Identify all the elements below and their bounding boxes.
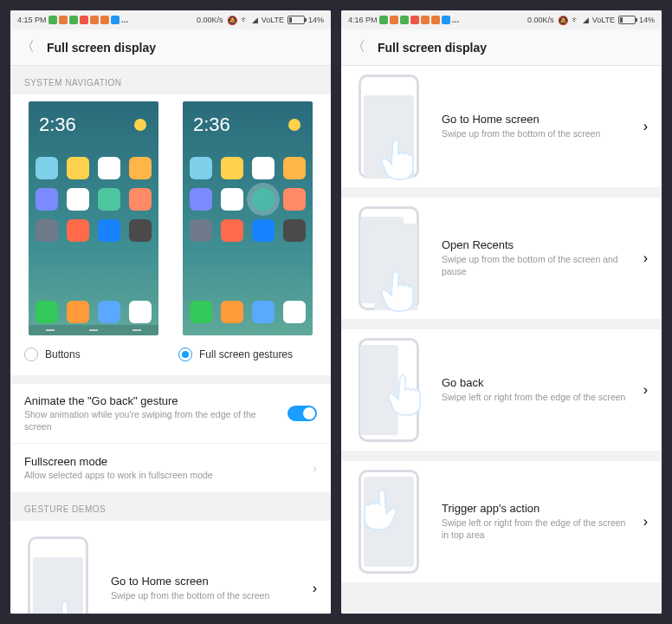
section-gesture-demos: GESTURE DEMOS <box>10 492 331 521</box>
chevron-right-icon: › <box>643 250 648 266</box>
demo-illustration <box>350 338 428 442</box>
row-animate-goback[interactable]: Animate the "Go back" gesture Show anima… <box>10 384 331 444</box>
demo-subtitle: Swipe left or right from the edge of the… <box>442 392 630 404</box>
hand-icon <box>378 137 416 184</box>
phone-left: 4:15 PM … 0.00K/s 🔕 ᯤ ◢ VoLTE 14% 〈 Full… <box>10 10 331 614</box>
back-icon[interactable]: 〈 <box>21 38 35 56</box>
demo-subtitle: Swipe up from the bottom of the screen a… <box>442 254 630 277</box>
demo-illustration <box>350 470 428 574</box>
demo-title: Open Recents <box>442 238 630 251</box>
radio-icon <box>178 348 192 361</box>
back-icon[interactable]: 〈 <box>352 38 365 56</box>
page-title: Full screen display <box>378 41 487 55</box>
more-icon: … <box>121 16 128 24</box>
demo-subtitle: Swipe up from the bottom of the screen <box>442 128 630 140</box>
demo-illustration <box>350 206 428 310</box>
signal-icon: ◢ <box>252 16 258 24</box>
chevron-right-icon: › <box>643 514 648 530</box>
header: 〈 Full screen display <box>10 29 331 66</box>
row-subtitle: Allow selected apps to work in fullscree… <box>24 470 302 482</box>
radio-icon <box>24 348 38 361</box>
status-volte: VoLTE <box>262 16 284 24</box>
status-volte: VoLTE <box>592 16 615 24</box>
demo-open-recents[interactable]: Open Recents Swipe up from the bottom of… <box>341 198 662 319</box>
demo-title: Go to Home screen <box>111 575 299 588</box>
demo-subtitle: Swipe left or right from the edge of the… <box>442 517 630 541</box>
demo-title: Go back <box>442 376 630 389</box>
chevron-right-icon: › <box>313 581 317 596</box>
demo-illustration <box>350 75 428 179</box>
status-bar: 4:16 PM … 0.00K/s 🔕 ᯤ ◢ VoLTE 14% <box>341 10 662 29</box>
battery-icon <box>288 16 305 24</box>
hand-icon <box>47 599 85 614</box>
row-subtitle: Show animation while you're swiping from… <box>24 409 277 432</box>
preview-buttons[interactable]: 2:36 <box>29 101 158 335</box>
status-battery: 14% <box>639 16 655 24</box>
status-time: 4:15 PM <box>17 16 47 24</box>
signal-icon: ◢ <box>583 16 589 24</box>
chevron-right-icon: › <box>643 119 648 134</box>
wifi-icon: ᯤ <box>572 16 579 24</box>
row-title: Animate the "Go back" gesture <box>24 394 277 407</box>
navigation-style-card: 2:36 2:36 <box>10 94 331 375</box>
radio-gestures[interactable]: Full screen gestures <box>178 348 317 361</box>
battery-icon <box>618 16 636 24</box>
demo-title: Trigger app's action <box>442 502 630 515</box>
demo-title: Go to Home screen <box>442 113 630 126</box>
hand-icon <box>378 269 416 315</box>
wifi-icon: ᯤ <box>241 16 249 24</box>
chevron-right-icon: › <box>313 461 317 475</box>
status-speed: 0.00K/s <box>197 16 223 24</box>
hand-icon <box>384 373 423 419</box>
radio-buttons-label: Buttons <box>45 348 81 361</box>
demo-go-home[interactable]: Go to Home screen Swipe up from the bott… <box>341 66 662 187</box>
section-system-navigation: SYSTEM NAVIGATION <box>10 66 331 94</box>
status-speed: 0.00K/s <box>527 16 554 24</box>
preview-gestures[interactable]: 2:36 <box>183 101 313 335</box>
hand-icon <box>362 487 400 534</box>
page-title: Full screen display <box>47 41 156 55</box>
row-fullscreen-mode[interactable]: Fullscreen mode Allow selected apps to w… <box>10 444 331 492</box>
demo-go-home[interactable]: Go to Home screen Swipe up from the bott… <box>10 521 331 614</box>
demo-go-back[interactable]: Go back Swipe left or right from the edg… <box>341 329 662 451</box>
demo-illustration <box>19 536 97 614</box>
status-battery: 14% <box>308 16 324 24</box>
phone-right: 4:16 PM … 0.00K/s 🔕 ᯤ ◢ VoLTE 14% 〈 Full… <box>341 10 662 614</box>
status-bar: 4:15 PM … 0.00K/s 🔕 ᯤ ◢ VoLTE 14% <box>10 10 331 29</box>
mute-icon: 🔕 <box>558 16 568 25</box>
demo-subtitle: Swipe up from the bottom of the screen <box>111 590 299 602</box>
more-icon: … <box>452 16 459 24</box>
chevron-right-icon: › <box>643 382 648 398</box>
row-title: Fullscreen mode <box>24 455 302 468</box>
radio-gestures-label: Full screen gestures <box>199 348 293 361</box>
radio-buttons[interactable]: Buttons <box>24 348 163 361</box>
toggle-animate[interactable] <box>288 406 317 421</box>
status-time: 4:16 PM <box>348 16 378 24</box>
header: 〈 Full screen display <box>341 29 662 66</box>
demo-trigger-action[interactable]: Trigger app's action Swipe left or right… <box>341 461 662 582</box>
mute-icon: 🔕 <box>227 16 237 25</box>
